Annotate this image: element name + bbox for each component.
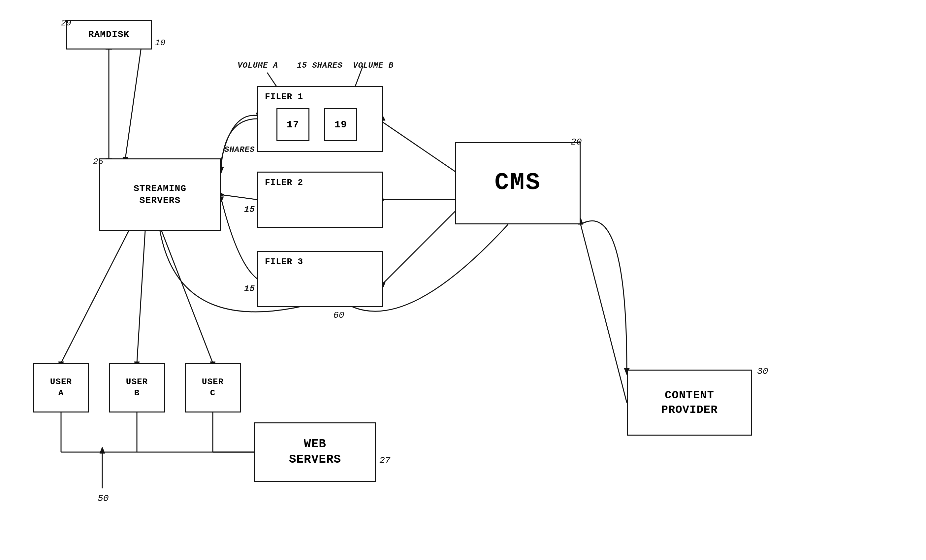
svg-line-20 — [61, 231, 129, 363]
ref-27: 27 — [379, 456, 390, 466]
svg-line-22 — [137, 231, 145, 363]
filer2-label: FILER 2 — [265, 177, 303, 188]
ref-29: 29 — [61, 18, 71, 28]
ref-10: 10 — [155, 38, 165, 48]
ref-15-filer3: 15 — [244, 284, 255, 294]
ref-60: 60 — [333, 310, 344, 321]
user-b-box: USERB — [109, 363, 165, 413]
svg-line-24 — [162, 231, 213, 363]
user-c-label: USERC — [202, 377, 224, 399]
filer1-vol17-box: 17 — [277, 108, 309, 141]
diagram: RAMDisk 29 10 STREAMINGSERVERS 25 FILER … — [0, 0, 926, 560]
filer1-vol19-label: 19 — [334, 118, 347, 131]
web-servers-box: WEBSERVERS — [254, 422, 376, 482]
user-a-label: USERA — [50, 377, 72, 399]
user-b-label: USERB — [126, 377, 148, 399]
cms-label: CMS — [495, 168, 541, 199]
web-servers-label: WEBSERVERS — [289, 437, 341, 468]
filer1-vol19-box: 19 — [324, 108, 357, 141]
ramdisk-box: RAMDisk — [66, 20, 152, 50]
arrows-layer — [0, 0, 926, 560]
ramdisk-label: RAMDisk — [88, 29, 130, 41]
shares-left-label: SHARES — [224, 145, 255, 154]
content-provider-box: CONTENTPROVIDER — [627, 369, 752, 436]
ref-20: 20 — [571, 137, 582, 147]
svg-line-9 — [383, 122, 455, 172]
svg-line-6 — [221, 195, 257, 200]
user-c-box: USERC — [185, 363, 241, 413]
svg-line-13 — [383, 211, 455, 284]
ref-15-filer2: 15 — [244, 204, 255, 215]
filer2-box: FILER 2 — [257, 172, 383, 228]
filer3-box: FILER 3 — [257, 251, 383, 307]
content-provider-label: CONTENTPROVIDER — [661, 388, 717, 417]
streaming-servers-box: STREAMINGSERVERS — [99, 158, 221, 231]
filer1-label: FILER 1 — [265, 91, 303, 103]
ref-25: 25 — [93, 157, 103, 166]
ref-30: 30 — [757, 366, 768, 377]
volume-b-label: VOLUME B — [353, 61, 393, 70]
cms-box: CMS — [455, 142, 581, 224]
shares-top-label: 15 SHARES — [297, 61, 343, 70]
streaming-servers-label: STREAMINGSERVERS — [134, 183, 186, 207]
ref-50: 50 — [98, 493, 109, 504]
filer1-vol17-label: 17 — [287, 118, 299, 131]
svg-marker-32 — [100, 447, 105, 453]
volume-a-label: VOLUME A — [238, 61, 278, 70]
user-a-box: USERA — [33, 363, 89, 413]
svg-line-17 — [581, 224, 627, 403]
filer1-box: FILER 1 17 19 — [257, 86, 383, 152]
filer3-label: FILER 3 — [265, 256, 303, 268]
